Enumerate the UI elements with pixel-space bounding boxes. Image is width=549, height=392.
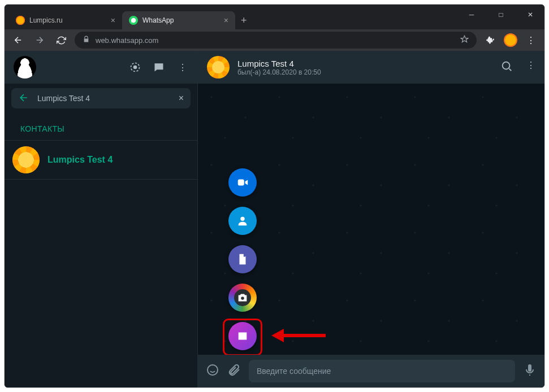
svg-point-5 (240, 217, 244, 221)
sidebar: ⋮ Lumpics Test 4 × КОНТАКТЫ Lumpics Test… (5, 51, 198, 387)
tab-label: WhatsApp (142, 16, 174, 24)
attach-room-button[interactable] (228, 168, 257, 197)
mic-button[interactable] (523, 363, 537, 379)
tab-lumpics[interactable]: Lumpics.ru × (9, 11, 122, 29)
search-icon[interactable] (500, 60, 513, 75)
message-placeholder: Введите сообщение (257, 367, 331, 376)
attach-contact-button[interactable] (228, 207, 257, 235)
whatsapp-app: ⋮ Lumpics Test 4 × КОНТАКТЫ Lumpics Test… (5, 51, 544, 387)
tab-strip: Lumpics.ru × WhatsApp × + ─ □ ✕ (5, 9, 544, 29)
address-bar[interactable]: web.whatsapp.com (75, 32, 477, 49)
attach-gallery-button[interactable] (228, 322, 257, 350)
url-text: web.whatsapp.com (96, 36, 158, 45)
chat-menu-icon[interactable]: ⋮ (526, 60, 535, 75)
contact-avatar (12, 146, 40, 173)
attachment-menu (228, 168, 257, 350)
chat-title: Lumpics Test 4 (237, 59, 321, 68)
back-arrow-icon[interactable] (18, 92, 29, 105)
reload-button[interactable] (53, 32, 69, 48)
forward-button[interactable] (32, 32, 47, 48)
back-button[interactable] (10, 32, 26, 48)
star-icon[interactable] (460, 35, 469, 45)
chat-header[interactable]: Lumpics Test 4 был(-а) 24.08.2020 в 20:5… (198, 51, 544, 84)
attach-camera-button[interactable] (228, 284, 257, 312)
close-icon[interactable]: × (224, 16, 228, 25)
lock-icon (83, 36, 90, 45)
browser-toolbar: web.whatsapp.com ⋮ (5, 29, 544, 51)
menu-icon[interactable]: ⋮ (177, 62, 188, 73)
tab-whatsapp[interactable]: WhatsApp × (122, 11, 235, 29)
contact-item[interactable]: Lumpics Test 4 (5, 140, 197, 180)
whatsapp-favicon (129, 16, 138, 25)
maximize-button[interactable]: □ (490, 7, 512, 23)
chat-avatar[interactable] (207, 56, 230, 79)
svg-point-4 (241, 297, 244, 300)
menu-button[interactable]: ⋮ (523, 32, 539, 48)
svg-point-7 (208, 365, 218, 375)
minimize-button[interactable]: ─ (461, 7, 482, 23)
search-value: Lumpics Test 4 (37, 94, 90, 103)
browser-window: Lumpics.ru × WhatsApp × + ─ □ ✕ (5, 5, 544, 387)
sidebar-header: ⋮ (5, 51, 197, 84)
close-window-button[interactable]: ✕ (520, 7, 541, 23)
lumpics-favicon (16, 16, 25, 25)
chat-body (198, 84, 544, 355)
svg-point-2 (503, 62, 510, 69)
tab-label: Lumpics.ru (29, 16, 63, 24)
svg-point-3 (240, 334, 241, 336)
contact-name: Lumpics Test 4 (47, 155, 113, 165)
svg-rect-6 (238, 180, 244, 186)
attach-button[interactable] (227, 363, 241, 379)
chat-footer: Введите сообщение (198, 355, 544, 387)
new-tab-button[interactable]: + (235, 11, 253, 29)
new-chat-icon[interactable] (153, 62, 165, 73)
chat-panel: Lumpics Test 4 был(-а) 24.08.2020 в 20:5… (198, 51, 544, 387)
close-icon[interactable]: × (111, 16, 115, 25)
profile-avatar[interactable] (504, 33, 517, 47)
extensions-button[interactable] (482, 32, 498, 48)
chat-subtitle: был(-а) 24.08.2020 в 20:50 (237, 68, 321, 76)
my-avatar[interactable] (14, 56, 36, 79)
status-icon[interactable] (129, 62, 141, 73)
section-contacts-label: КОНТАКТЫ (5, 113, 197, 140)
svg-point-1 (134, 66, 137, 69)
message-input[interactable]: Введите сообщение (249, 360, 515, 382)
attach-document-button[interactable] (228, 245, 257, 273)
search-input[interactable]: Lumpics Test 4 × (11, 88, 191, 108)
sidebar-search: Lumpics Test 4 × (5, 84, 197, 113)
clear-icon[interactable]: × (179, 93, 184, 103)
emoji-button[interactable] (206, 363, 219, 379)
